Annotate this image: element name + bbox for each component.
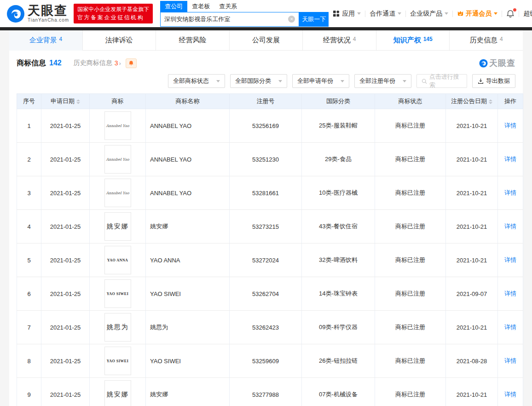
action-cell: 详情 (498, 176, 523, 210)
filter-intl-class[interactable]: 全部国际分类 (230, 74, 287, 88)
action-cell: 详情 (498, 344, 523, 378)
history-trademark-link[interactable]: 历史商标信息 3 › (74, 59, 121, 67)
trademark-table: 序号 申请日期 商标 商标名称 注册号 国际分类 商标状态 注册公告日期 操作 … (17, 93, 515, 406)
badge-line1: 国家中小企业发展子基金旗下 (77, 6, 149, 13)
action-cell: 详情 (498, 244, 523, 277)
search-icon (422, 78, 427, 84)
search-button[interactable]: 天眼一下 (299, 12, 329, 27)
sort-icon[interactable] (76, 99, 80, 104)
menu-enterprise-products[interactable]: 企业级产品 (406, 10, 452, 18)
trademark-cell: Annabel Yao (90, 143, 146, 176)
menu-super-vip[interactable]: 超级... (519, 10, 532, 18)
trademark-image[interactable]: 姚安娜 (104, 380, 131, 406)
col-apply-date[interactable]: 申请日期 (41, 94, 90, 109)
menu-cooperation[interactable]: 合作通道 (365, 10, 405, 18)
row-index-cell: 5 (17, 244, 41, 277)
apply-date-cell: 2021-01-25 (41, 378, 90, 406)
search-tab-relation[interactable]: 查关系 (214, 1, 242, 12)
search-tab-boss[interactable]: 查老板 (187, 1, 214, 12)
reg-number-cell: 53251230 (230, 143, 302, 176)
filter-trademark-status[interactable]: 全部商标状态 (168, 74, 225, 88)
sort-icon[interactable] (489, 99, 492, 104)
status-cell: 商标已注册 (375, 277, 446, 311)
trademark-image[interactable]: YAO ANNA (104, 246, 131, 274)
filter-apply-year[interactable]: 全部申请年份 (292, 74, 349, 88)
col-reg-number: 注册号 (230, 94, 302, 109)
search-tab-company[interactable]: 查公司 (160, 1, 187, 12)
apply-date-cell: 2021-01-25 (41, 109, 90, 143)
detail-link[interactable]: 详情 (504, 256, 516, 263)
trademark-image[interactable]: Annabel Yao (104, 145, 131, 174)
menu-cooperation-label: 合作通道 (370, 10, 395, 18)
trademark-image[interactable]: 姚安娜 (104, 212, 131, 241)
tab-intellectual-property[interactable]: 知识产权145 (376, 30, 450, 51)
menu-vip[interactable]: 开通会员 (453, 10, 502, 18)
search-input[interactable]: 深圳安纳影视音乐工作室 × (160, 12, 299, 27)
detail-link[interactable]: 详情 (504, 156, 516, 162)
trademark-image[interactable]: Annabel Yao (104, 111, 131, 140)
intl-class-cell: 29类-食品 (302, 143, 375, 176)
tianyancha-logo[interactable]: 天眼查 TianYanCha.com (6, 5, 69, 23)
trademark-name-cell: ANNABEL YAO (146, 176, 230, 210)
detail-link[interactable]: 详情 (504, 324, 516, 331)
trademark-image[interactable]: YAO SIWEI (104, 279, 131, 308)
trademark-cell: YAO SIWEI (90, 344, 146, 378)
row-index-cell: 7 (17, 311, 41, 344)
intl-class-cell: 25类-服装鞋帽 (302, 109, 375, 143)
menu-apps[interactable]: 应用 (329, 10, 365, 18)
trademark-image[interactable]: Annabel Yao (104, 179, 131, 207)
filter-register-year[interactable]: 全部注册年份 (354, 74, 411, 88)
search-input-value: 深圳安纳影视音乐工作室 (164, 15, 288, 23)
detail-link[interactable]: 详情 (504, 290, 516, 297)
tab-company-background[interactable]: 企业背景4 (9, 30, 83, 51)
menu-vip-label: 开通会员 (466, 10, 492, 18)
menu-super-label: 超级... (523, 10, 532, 18)
table-row: 22021-01-25Annabel YaoANNABEL YAO5325123… (17, 143, 523, 176)
table-row: 42021-01-25姚安娜姚安娜5327321543类-餐饮住宿商标已注册20… (17, 210, 523, 244)
clear-icon[interactable]: × (288, 16, 295, 23)
trademark-name-cell: 姚思为 (146, 311, 230, 344)
tab-operation-risk[interactable]: 经营风险 (156, 30, 230, 51)
intl-class-cell: 14类-珠宝钟表 (302, 277, 375, 311)
table-row: 72021-01-25姚思为姚思为5326242309类-科学仪器商标已注册20… (17, 311, 523, 344)
apps-grid-icon (333, 10, 340, 17)
col-pub-date[interactable]: 注册公告日期 (446, 94, 498, 109)
trademark-image[interactable]: 姚思为 (104, 313, 131, 342)
tab-company-development[interactable]: 公司发展 (230, 30, 303, 51)
action-cell: 详情 (498, 311, 523, 344)
detail-link[interactable]: 详情 (504, 223, 516, 230)
row-index-cell: 6 (17, 277, 41, 311)
pub-date-cell: 2021-09-07 (446, 277, 498, 311)
table-search-input[interactable]: 点击进行搜索 (416, 74, 467, 88)
row-index-cell: 3 (17, 176, 41, 210)
notifications-bell[interactable] (502, 10, 519, 18)
col-trademark-name: 商标名称 (146, 94, 230, 109)
tab-legal-litigation[interactable]: 法律诉讼 (83, 30, 156, 51)
monitor-bell-button[interactable] (126, 58, 137, 68)
detail-link[interactable]: 详情 (504, 189, 516, 196)
logo-name: 天眼查 (28, 5, 69, 17)
company-nav-tabs: 企业背景4 法律诉讼 经营风险 公司发展 经营状况4 知识产权145 历史信息4 (9, 30, 523, 51)
chevron-down-icon (216, 80, 220, 82)
trademark-name-cell: YAO SIWEI (146, 344, 230, 378)
tab-operation-status[interactable]: 经营状况4 (303, 30, 376, 51)
chevron-right-icon: › (119, 60, 121, 67)
section-title: 商标信息 (17, 58, 46, 68)
reg-number-cell: 53272024 (230, 244, 302, 277)
trademark-image[interactable]: YAO SIWEI (104, 347, 131, 375)
status-cell: 商标已注册 (375, 109, 446, 143)
tab-history-info[interactable]: 历史信息4 (450, 30, 523, 51)
detail-link[interactable]: 详情 (504, 122, 516, 129)
detail-link[interactable]: 详情 (504, 357, 516, 364)
apply-date-cell: 2021-01-25 (41, 176, 90, 210)
table-row: 62021-01-25YAO SIWEIYAO SIWEI5326270414类… (17, 277, 523, 311)
chevron-down-icon (357, 12, 361, 15)
dark-divider-bar (0, 27, 532, 30)
chevron-down-icon (494, 12, 497, 15)
row-index-cell: 8 (17, 344, 41, 378)
bell-icon (128, 60, 134, 66)
detail-link[interactable]: 详情 (504, 391, 516, 398)
export-data-button[interactable]: 导出数据 (472, 74, 515, 88)
trademark-name-cell: ANNABEL YAO (146, 109, 230, 143)
chevron-down-icon (278, 80, 282, 82)
